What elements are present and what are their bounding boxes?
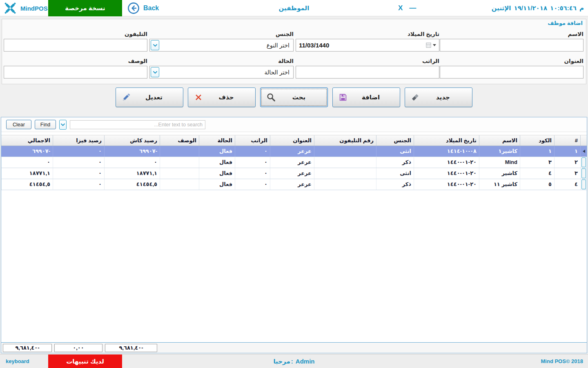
red-x-icon (194, 93, 203, 102)
cell-gender: ذكر (376, 179, 414, 190)
delete-button[interactable]: حذف (188, 88, 256, 107)
minimize-button[interactable]: — (409, 0, 416, 16)
brand: MindPOS (3, 0, 48, 16)
header-visa-balance[interactable]: رصيد فيزا (53, 135, 104, 146)
search-button[interactable]: بحث (260, 88, 328, 107)
chevron-down-icon (153, 71, 157, 74)
summary-cash-balance: ٩,٦٨١,٤٠- (105, 344, 157, 352)
status-label: الحالة (149, 58, 294, 66)
titlebar: MindPOS نسخة مرخصة Back الموظفين X — الإ… (0, 0, 588, 16)
header-birthdate[interactable]: تاريخ الميلاد (414, 135, 479, 146)
status-combobox[interactable]: اختر الحالة (149, 66, 294, 79)
form-title: اضافة موظف (548, 20, 583, 26)
description-input[interactable] (4, 66, 147, 79)
header-name[interactable]: الاسم (479, 135, 520, 146)
gender-dropdown-button[interactable] (151, 40, 159, 50)
cell-total: ٠ (1, 157, 53, 168)
name-input[interactable] (440, 39, 584, 52)
mindpos-logo-icon (3, 1, 17, 15)
clear-button[interactable]: Clear (6, 120, 31, 129)
chevron-down-icon (61, 123, 65, 126)
edit-button[interactable]: تعديل (116, 88, 183, 107)
gender-label: الجنس (149, 31, 294, 39)
app-name: MindPOS (20, 5, 48, 12)
cell-address: عرعر (270, 146, 314, 157)
close-button[interactable]: X (398, 0, 403, 16)
add-button[interactable]: اضافة (332, 88, 400, 107)
table-row[interactable]: ٣ ٤ كاشير ١٤٤٠-٠١-٢٠ انثى عرعر ٠ فعال ١٨… (1, 168, 587, 179)
address-input[interactable] (440, 66, 584, 79)
gender-value: اختر النوع (159, 42, 292, 49)
new-button[interactable]: جديد (405, 88, 472, 107)
header-description[interactable]: الوصف (160, 135, 199, 146)
cell-salary: ٠ (235, 179, 270, 190)
header-hash[interactable]: # (554, 135, 580, 146)
address-field-group: العنوان (440, 58, 584, 79)
cell-phone (314, 157, 376, 168)
cell-phone (314, 179, 376, 190)
eraser-icon (411, 93, 420, 102)
row-indicator (580, 168, 587, 179)
back-button[interactable]: Back (127, 0, 159, 16)
selected-row-arrow-icon (583, 150, 585, 153)
cell-phone (314, 168, 376, 179)
gender-combobox[interactable]: اختر النوع (149, 39, 294, 52)
row-indicator-button (581, 157, 586, 167)
welcome-greeting: مرحبا (273, 358, 290, 365)
table-row[interactable]: ١ ١ كاشير١ ١٤١٤-١٠-٠٨ انثى عرعر ٠ فعال ٦… (1, 146, 587, 157)
cell-salary: ٠ (235, 157, 270, 168)
header-phone[interactable]: رقم التليفون (314, 135, 376, 146)
cell-cash-balance: ٤١٤٥٤,٥ (104, 179, 160, 190)
finder-dropdown-button[interactable] (59, 120, 67, 130)
cell-name: كاشير١ (479, 146, 520, 157)
name-label: الاسم (440, 31, 584, 39)
find-button[interactable]: Find (35, 120, 56, 129)
datetime-day: الإثنين (492, 4, 511, 12)
table-row[interactable]: ٢ ٣ Mind ١٤٤٠-٠١-٢٠ ذكر عرعر ٠ فعال ٠ ٠ … (1, 157, 587, 168)
cell-gender: انثى (376, 146, 414, 157)
header-salary[interactable]: الراتب (235, 135, 270, 146)
header-code[interactable]: الكود (520, 135, 554, 146)
salary-input[interactable] (296, 66, 439, 79)
cell-cash-balance: ٦٩٩٠٧- (104, 146, 160, 157)
cell-visa-balance: ٠ (53, 146, 104, 157)
mindpos-window: MindPOS نسخة مرخصة Back الموظفين X — الإ… (0, 0, 588, 368)
summary-visa-balance: ٠,٠٠ (54, 344, 102, 352)
datetime-date: ١٩/١١/٢٠١٨ (514, 4, 548, 12)
new-label: جديد (420, 94, 466, 101)
header-total[interactable]: الاجمالي (1, 135, 53, 146)
search-text-input[interactable] (70, 120, 205, 129)
welcome-username: Admin (296, 358, 315, 365)
salary-field-group: الراتب (296, 58, 439, 79)
cell-cash-balance: ١٨٧٧١,١ (104, 168, 160, 179)
header-address[interactable]: العنوان (270, 135, 314, 146)
datetime-display: الإثنين ١٩/١١/٢٠١٨ ١٠:٥٦:٤٦ م (492, 0, 584, 16)
salary-label: الراتب (296, 58, 439, 66)
license-badge-button[interactable]: نسخة مرخصة (48, 0, 122, 16)
finder-bar: Clear Find (1, 117, 587, 132)
header-gender[interactable]: الجنس (376, 135, 414, 146)
cell-birthdate: ١٤٤٠-٠١-٢٠ (414, 168, 479, 179)
table-row[interactable]: ٤ ٥ كاشير ١١ ١٤٤٠-٠١-٢٠ ذكر عرعر ٠ فعال … (1, 179, 587, 190)
cell-description (160, 168, 199, 179)
cell-code: ٤ (520, 168, 554, 179)
row-indicator (580, 157, 587, 168)
birthdate-picker[interactable]: 11/03/1440 (296, 39, 439, 52)
phone-field-group: التليفون (4, 31, 147, 52)
header-status[interactable]: الحالة (199, 135, 235, 146)
add-employee-panel: اضافة موظف الاسم تاريخ الميلاد 11/03/144… (2, 19, 586, 84)
calendar-icon[interactable] (426, 43, 436, 48)
table-header-row: # الكود الاسم تاريخ الميلاد الجنس رقم ال… (1, 135, 587, 146)
status-value: اختر الحالة (159, 69, 292, 76)
cell-address: عرعر (270, 157, 314, 168)
status-dropdown-button[interactable] (151, 67, 159, 77)
description-label: الوصف (4, 58, 147, 66)
row-indicator-button (581, 180, 586, 189)
cell-total: ١٨٧٧١,١ (1, 168, 53, 179)
header-cash-balance[interactable]: رصيد كاش (104, 135, 160, 146)
window-controls: X — (398, 0, 416, 16)
back-label: Back (143, 4, 159, 12)
cell-description (160, 157, 199, 168)
edit-label: تعديل (131, 94, 177, 101)
phone-input[interactable] (4, 39, 147, 52)
